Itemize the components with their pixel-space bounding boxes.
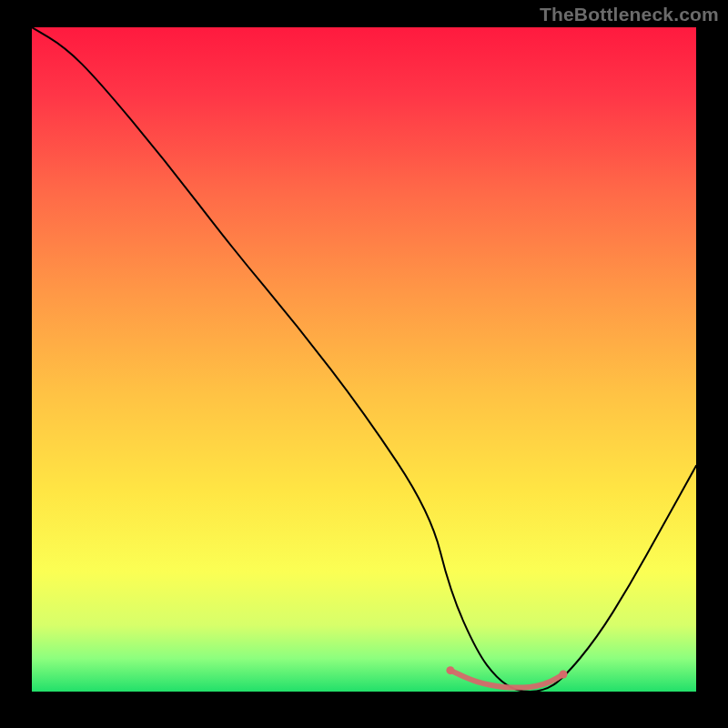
optimal-band-endpoint: [560, 671, 568, 679]
watermark-text: TheBottleneck.com: [540, 4, 719, 25]
chart-container: TheBottleneck.com: [0, 0, 728, 728]
chart-svg: [32, 27, 696, 692]
chart-plot: [32, 27, 696, 692]
optimal-band-endpoint: [446, 666, 454, 674]
chart-background: [32, 27, 696, 692]
